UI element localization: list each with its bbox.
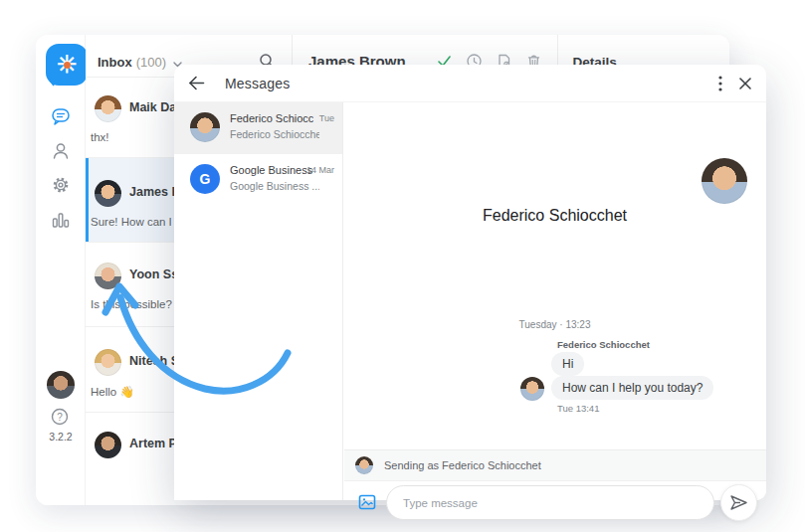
message-input[interactable] bbox=[386, 485, 714, 520]
conversation-preview: Hello 👋 bbox=[91, 385, 134, 399]
avatar bbox=[95, 349, 121, 376]
question-mark-icon: ? bbox=[50, 407, 70, 427]
composer bbox=[344, 481, 766, 500]
thread-row-federico[interactable]: Federico Schiocchet Federico Schiocchet.… bbox=[174, 102, 342, 154]
thread-time: 14 Mar bbox=[306, 165, 334, 175]
gear-icon bbox=[50, 174, 72, 196]
modal-thread-list: Federico Schiocchet Federico Schiocchet.… bbox=[174, 102, 343, 500]
thread-row-google[interactable]: G Google Business ... Google Business ..… bbox=[174, 154, 342, 206]
message-timestamp: Tue 13:41 bbox=[557, 403, 599, 414]
conversation-name: Nitesh S bbox=[129, 354, 179, 368]
attach-image-button[interactable] bbox=[358, 493, 376, 511]
app-logo-icon: ✳ bbox=[46, 44, 88, 86]
thread-preview: Federico Schiocchet... bbox=[230, 128, 319, 140]
message-sender-name: Federico Schiocchet bbox=[557, 339, 650, 350]
app-sidebar: ✳ bbox=[36, 35, 86, 505]
conversation-name: Maik Da bbox=[129, 100, 176, 114]
avatar bbox=[95, 432, 121, 458]
modal-title: Messages bbox=[225, 76, 290, 91]
day-divider: Tuesday · 13:23 bbox=[343, 319, 766, 330]
sidebar-item-analytics[interactable] bbox=[49, 208, 73, 232]
screen: ✳ bbox=[0, 0, 805, 532]
sidebar-item-conversations[interactable] bbox=[49, 104, 73, 128]
user-avatar[interactable] bbox=[47, 371, 75, 399]
svg-text:?: ? bbox=[57, 412, 63, 423]
inbox-count: (100) bbox=[136, 55, 166, 70]
person-icon bbox=[50, 140, 72, 162]
thread-preview: Google Business ... bbox=[230, 180, 319, 192]
conversation-name: Yoon Ss bbox=[129, 267, 178, 281]
chat-bubble-icon bbox=[50, 105, 72, 127]
send-plane-icon bbox=[729, 494, 748, 511]
inbox-title[interactable]: Inbox bbox=[98, 55, 132, 70]
app-version: 3.2.2 bbox=[36, 431, 86, 443]
message-bubble: How can I help you today? bbox=[551, 376, 713, 400]
message-avatar bbox=[520, 377, 544, 401]
conversation-preview: thx! bbox=[91, 131, 109, 143]
bar-chart-icon bbox=[50, 209, 72, 231]
contact-name: Federico Schiocchet bbox=[343, 207, 766, 225]
conversation-name: James B bbox=[129, 185, 180, 199]
sender-avatar bbox=[355, 456, 373, 474]
conversation-preview: Sure! How can I h bbox=[91, 216, 181, 228]
sidebar-item-contacts[interactable] bbox=[49, 139, 73, 163]
message-bubble: Hi bbox=[551, 352, 584, 376]
conversation-name: Artem P bbox=[129, 437, 177, 450]
modal-header: Messages bbox=[174, 65, 766, 102]
logo-dot bbox=[64, 62, 71, 69]
chat-pane: Federico Schiocchet Tuesday · 13:23 Fede… bbox=[343, 102, 766, 500]
avatar bbox=[190, 112, 220, 142]
kebab-menu-icon[interactable] bbox=[718, 76, 722, 91]
avatar bbox=[95, 95, 121, 122]
messages-modal: Messages Federico Schiocche bbox=[174, 65, 766, 500]
sending-as-label: Sending as Federico Schiocchet bbox=[384, 459, 541, 471]
thread-name: Google Business ... bbox=[230, 164, 313, 176]
google-badge-icon: G bbox=[190, 164, 220, 194]
thread-name: Federico Schiocchet bbox=[230, 112, 313, 124]
thread-time: Tue bbox=[319, 113, 334, 123]
back-arrow-icon[interactable] bbox=[188, 76, 205, 90]
send-button[interactable] bbox=[720, 484, 757, 521]
sidebar-item-settings[interactable] bbox=[49, 173, 73, 197]
sending-as-bar: Sending as Federico Schiocchet bbox=[344, 449, 766, 481]
contact-avatar bbox=[702, 158, 747, 204]
avatar bbox=[95, 263, 121, 289]
close-icon[interactable] bbox=[738, 77, 752, 90]
conversation-preview: Is this possible? bbox=[91, 298, 172, 310]
help-button[interactable]: ? bbox=[50, 407, 70, 427]
avatar bbox=[95, 180, 121, 207]
